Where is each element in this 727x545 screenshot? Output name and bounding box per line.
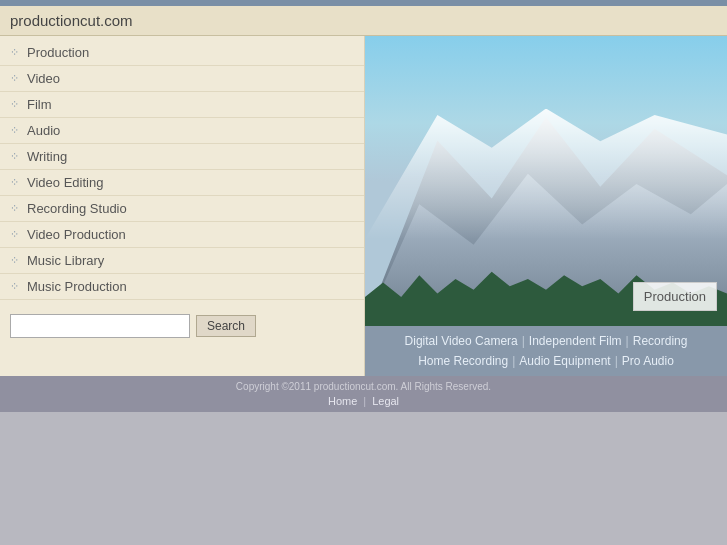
site-title: productioncut.com — [10, 12, 133, 29]
sidebar-item-label: Recording Studio — [27, 201, 127, 216]
bullet-icon — [10, 228, 19, 241]
bullet-icon — [10, 202, 19, 215]
sidebar-item-audio[interactable]: Audio — [0, 118, 364, 144]
sidebar-item-music-library[interactable]: Music Library — [0, 248, 364, 274]
sidebar-item-video[interactable]: Video — [0, 66, 364, 92]
link-pro-audio[interactable]: Pro Audio — [622, 354, 674, 368]
link-home-recording[interactable]: Home Recording — [418, 354, 508, 368]
search-area: Search — [0, 300, 364, 352]
sidebar-item-music-production[interactable]: Music Production — [0, 274, 364, 300]
bullet-icon — [10, 124, 19, 137]
bullet-icon — [10, 98, 19, 111]
bullet-icon — [10, 46, 19, 59]
footer-link-legal[interactable]: Legal — [372, 395, 399, 407]
bullet-icon — [10, 150, 19, 163]
footer-links: Home | Legal — [10, 395, 717, 407]
link-independent-film[interactable]: Independent Film — [529, 334, 622, 348]
bullet-icon — [10, 280, 19, 293]
bullet-icon — [10, 176, 19, 189]
main-content: Production Video Film Audio Writing Vide… — [0, 36, 727, 376]
links-row-2: Home Recording | Audio Equipment | Pro A… — [375, 351, 717, 371]
snow-overlay — [365, 109, 727, 240]
link-audio-equipment[interactable]: Audio Equipment — [519, 354, 610, 368]
sidebar-item-label: Music Library — [27, 253, 104, 268]
links-row-1: Digital Video Camera | Independent Film … — [375, 331, 717, 351]
footer-link-home[interactable]: Home — [328, 395, 357, 407]
links-bar: Digital Video Camera | Independent Film … — [365, 326, 727, 376]
search-input[interactable] — [10, 314, 190, 338]
link-sep-3: | — [512, 354, 515, 368]
sidebar-item-label: Video Editing — [27, 175, 103, 190]
sidebar-item-label: Video — [27, 71, 60, 86]
footer-link-sep: | — [363, 395, 366, 407]
sidebar-item-label: Video Production — [27, 227, 126, 242]
header: productioncut.com — [0, 6, 727, 36]
sidebar-item-film[interactable]: Film — [0, 92, 364, 118]
link-sep-4: | — [615, 354, 618, 368]
sidebar-item-label: Music Production — [27, 279, 127, 294]
sidebar-item-writing[interactable]: Writing — [0, 144, 364, 170]
sidebar-item-video-editing[interactable]: Video Editing — [0, 170, 364, 196]
sidebar-item-label: Audio — [27, 123, 60, 138]
sidebar-item-label: Film — [27, 97, 52, 112]
link-recording[interactable]: Recording — [633, 334, 688, 348]
sidebar-item-label: Production — [27, 45, 89, 60]
site-wrapper: productioncut.com Production Video Film … — [0, 0, 727, 545]
sidebar-item-video-production[interactable]: Video Production — [0, 222, 364, 248]
sidebar-item-recording-studio[interactable]: Recording Studio — [0, 196, 364, 222]
image-area: Production — [365, 36, 727, 326]
bottom-area — [0, 412, 727, 545]
sidebar: Production Video Film Audio Writing Vide… — [0, 36, 365, 376]
search-button[interactable]: Search — [196, 315, 256, 337]
sidebar-item-production[interactable]: Production — [0, 40, 364, 66]
production-overlay-label: Production — [633, 282, 717, 311]
footer-copyright: Copyright ©2011 productioncut.com. All R… — [10, 381, 717, 392]
link-digital-video-camera[interactable]: Digital Video Camera — [405, 334, 518, 348]
link-sep-1: | — [522, 334, 525, 348]
link-sep-2: | — [626, 334, 629, 348]
right-panel: Production Digital Video Camera | Indepe… — [365, 36, 727, 376]
footer: Copyright ©2011 productioncut.com. All R… — [0, 376, 727, 412]
bullet-icon — [10, 254, 19, 267]
bullet-icon — [10, 72, 19, 85]
sidebar-item-label: Writing — [27, 149, 67, 164]
